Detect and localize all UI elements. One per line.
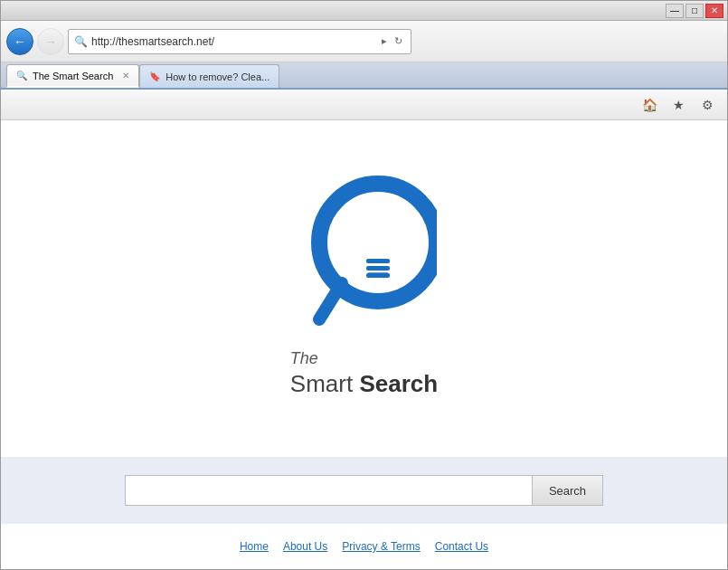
svg-rect-7 xyxy=(367,272,389,276)
footer-link-home[interactable]: Home xyxy=(240,540,269,553)
page-wrapper: The Smart Search Search Home About Us Pr… xyxy=(1,120,727,569)
favorites-button[interactable]: ★ xyxy=(666,93,691,117)
footer-link-privacy[interactable]: Privacy & Terms xyxy=(342,540,420,553)
address-actions: ▸ ↻ xyxy=(379,34,405,48)
nav-bar: ← → 🔍 ▸ ↻ xyxy=(1,21,727,62)
tab-smart-search-close[interactable]: ✕ xyxy=(122,71,129,81)
site-title-smart: Smart xyxy=(290,370,360,397)
svg-rect-6 xyxy=(367,266,389,270)
forward-button[interactable]: → xyxy=(37,28,64,55)
site-title-the: The xyxy=(290,349,318,367)
tab-smart-search-label: The Smart Search xyxy=(33,71,113,81)
page-content: The Smart Search Search Home About Us Pr… xyxy=(1,120,727,569)
footer-link-about[interactable]: About Us xyxy=(283,540,327,553)
back-button[interactable]: ← xyxy=(6,28,33,55)
refresh-button[interactable]: ↻ xyxy=(392,34,405,48)
close-button[interactable]: ✕ xyxy=(705,4,723,18)
footer-link-contact[interactable]: Contact Us xyxy=(435,540,488,553)
maximize-button[interactable]: □ xyxy=(685,4,704,18)
logo-area: The Smart Search xyxy=(290,120,438,457)
search-input[interactable] xyxy=(125,475,532,506)
address-bar[interactable]: 🔍 ▸ ↻ xyxy=(68,29,411,54)
address-input[interactable] xyxy=(91,35,375,48)
tab-howto-label: How to remove? Clea... xyxy=(165,71,269,82)
svg-rect-5 xyxy=(367,260,389,263)
settings-button[interactable]: ⚙ xyxy=(695,93,720,117)
address-search-icon: 🔍 xyxy=(74,35,88,48)
site-title: The Smart Search xyxy=(290,342,438,398)
browser-window: — □ ✕ ← → 🔍 ▸ ↻ 🔍 The Smart Search ✕ 🔖 H… xyxy=(0,0,728,570)
logo-image xyxy=(292,152,437,333)
tab-howto-icon: 🔖 xyxy=(149,71,160,81)
search-in-address-button[interactable]: ▸ xyxy=(379,34,390,48)
site-title-search: Search xyxy=(359,370,438,397)
tab-howto[interactable]: 🔖 How to remove? Clea... xyxy=(139,64,279,88)
footer-links: Home About Us Privacy & Terms Contact Us xyxy=(223,524,505,569)
search-area: Search xyxy=(1,457,727,524)
home-button[interactable]: 🏠 xyxy=(637,93,662,117)
tabs-bar: 🔍 The Smart Search ✕ 🔖 How to remove? Cl… xyxy=(1,62,727,90)
minimize-button[interactable]: — xyxy=(666,4,684,18)
toolbar: 🏠 ★ ⚙ xyxy=(1,90,727,120)
tab-smart-search[interactable]: 🔍 The Smart Search ✕ xyxy=(6,64,139,88)
search-button[interactable]: Search xyxy=(532,475,603,506)
tab-search-icon: 🔍 xyxy=(16,71,27,81)
window-controls: — □ ✕ xyxy=(666,4,723,18)
title-bar: — □ ✕ xyxy=(1,1,727,21)
